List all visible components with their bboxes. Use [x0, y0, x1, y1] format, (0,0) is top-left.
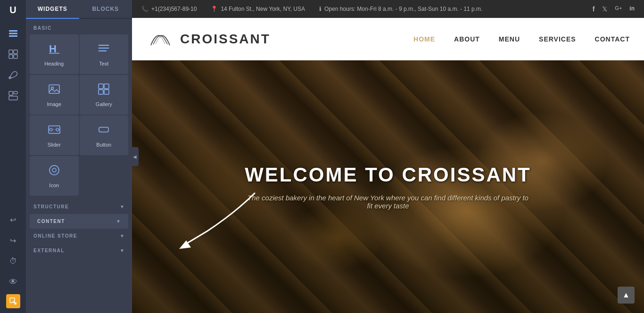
scroll-top-button[interactable]: ▲ — [618, 287, 635, 304]
widget-icon[interactable] — [5, 46, 22, 63]
svg-rect-23 — [104, 90, 109, 94]
tab-blocks[interactable]: BLOCKS — [79, 0, 132, 18]
online-store-arrow: ▼ — [120, 233, 124, 239]
text-widget[interactable]: Text — [80, 34, 129, 74]
icon-label: Icon — [49, 182, 59, 188]
basic-section-label: BASIC — [26, 19, 132, 34]
location-icon: 📍 — [211, 6, 218, 12]
topbar-phone: 📞 +1(234)567-89-10 — [141, 6, 197, 12]
undo-icon[interactable]: ↩ — [5, 211, 22, 228]
logo-icon — [146, 29, 174, 50]
paint-icon[interactable] — [5, 66, 22, 83]
slider-widget[interactable]: Slider — [30, 115, 79, 155]
topbar-address: 📍 14 Fulton St., New York, NY, USA — [211, 6, 305, 12]
topbar-hours: ℹ Open hours: Mon-Fri 8 a.m. - 9 p.m., S… — [319, 6, 482, 12]
googleplus-icon[interactable]: G+ — [615, 5, 622, 13]
svg-rect-21 — [104, 84, 109, 89]
topbar: 📞 +1(234)567-89-10 📍 14 Fulton St., New … — [132, 0, 644, 18]
heading-label: Heading — [44, 61, 64, 66]
site-hero: WELCOME TO CROISSANT The coziest bakery … — [132, 60, 644, 313]
icon-widget-icon — [48, 164, 61, 179]
gallery-icon — [97, 82, 110, 98]
svg-rect-22 — [99, 90, 103, 94]
gallery-widget[interactable]: Gallery — [80, 75, 129, 115]
svg-rect-29 — [99, 127, 108, 132]
slider-icon — [48, 123, 61, 138]
nav-services[interactable]: SERVICES — [539, 35, 576, 43]
linkedin-icon[interactable]: in — [629, 5, 635, 13]
sidebar: U ↩ ↪ ⏱ 👁 — [0, 0, 26, 313]
online-store-label: ONLINE STORE — [33, 233, 77, 239]
history-icon[interactable]: ⏱ — [5, 253, 22, 270]
svg-rect-8 — [9, 91, 13, 95]
svg-rect-10 — [9, 96, 17, 100]
image-label: Image — [47, 101, 61, 107]
info-icon: ℹ — [319, 6, 322, 12]
svg-rect-5 — [9, 55, 13, 58]
facebook-icon[interactable]: f — [593, 5, 595, 13]
heading-widget[interactable]: H Heading — [30, 34, 79, 74]
external-section[interactable]: EXTERNAL ▼ — [26, 243, 132, 258]
svg-rect-9 — [14, 91, 17, 94]
image-widget[interactable]: Image — [30, 75, 79, 115]
sidebar-bottom: ↩ ↪ ⏱ 👁 — [5, 211, 22, 313]
svg-point-31 — [52, 168, 56, 172]
online-store-section[interactable]: ONLINE STORE ▼ — [26, 229, 132, 243]
svg-rect-6 — [14, 55, 17, 58]
twitter-icon[interactable]: 𝕏 — [602, 5, 607, 13]
site-logo-text: CROISSANT — [180, 32, 271, 47]
nav-about[interactable]: ABOUT — [454, 35, 480, 43]
widgets-panel: WIDGETS BLOCKS BASIC H Heading — [26, 0, 132, 313]
content-label: CONTENT — [37, 219, 65, 224]
svg-rect-20 — [99, 84, 103, 89]
site-logo: CROISSANT — [146, 29, 271, 50]
nav-home[interactable]: HOME — [413, 35, 435, 43]
nav-menu[interactable]: MENU — [499, 35, 520, 43]
svg-rect-1 — [9, 33, 17, 34]
hero-subtitle: The coziest bakery in the heart of New Y… — [247, 194, 529, 210]
hero-title: WELCOME TO CROISSANT — [245, 164, 531, 186]
sidebar-logo[interactable]: U — [9, 5, 16, 16]
svg-rect-18 — [49, 85, 59, 93]
redo-icon[interactable]: ↪ — [5, 232, 22, 249]
grid-icon[interactable] — [5, 87, 22, 104]
site-nav: HOME ABOUT MENU SERVICES CONTACT — [413, 35, 630, 43]
icon-widget[interactable]: Icon — [30, 156, 79, 196]
heading-icon: H — [48, 42, 61, 57]
structure-section[interactable]: STRUCTURE ▼ — [26, 199, 132, 214]
svg-rect-2 — [9, 35, 17, 37]
structure-label: STRUCTURE — [33, 204, 69, 209]
svg-point-30 — [50, 165, 59, 175]
website-preview: CROISSANT HOME ABOUT MENU SERVICES CONTA… — [132, 18, 644, 313]
svg-rect-3 — [9, 50, 13, 54]
hero-content: WELCOME TO CROISSANT The coziest bakery … — [132, 60, 644, 313]
slider-label: Slider — [48, 142, 61, 148]
image-icon — [48, 82, 61, 98]
text-icon — [97, 42, 110, 57]
button-icon — [97, 123, 110, 138]
content-section[interactable]: CONTENT ▼ — [30, 214, 128, 229]
nav-contact[interactable]: CONTACT — [595, 35, 630, 43]
svg-rect-4 — [14, 50, 17, 54]
topbar-social: f 𝕏 G+ in — [593, 5, 635, 13]
export-button[interactable] — [6, 294, 20, 308]
collapse-panel-handle[interactable]: ◀ — [131, 147, 139, 166]
button-widget[interactable]: Button — [80, 115, 129, 155]
text-label: Text — [99, 61, 108, 66]
basic-widgets-grid: H Heading Text — [26, 34, 132, 199]
widgets-tabs: WIDGETS BLOCKS — [26, 0, 132, 19]
structure-arrow: ▼ — [120, 204, 124, 209]
button-label: Button — [96, 142, 111, 148]
content-arrow: ▼ — [116, 219, 121, 224]
layers-icon[interactable] — [5, 25, 22, 42]
main-content: 📞 +1(234)567-89-10 📍 14 Fulton St., New … — [132, 0, 644, 313]
tab-widgets[interactable]: WIDGETS — [26, 0, 79, 19]
eye-icon[interactable]: 👁 — [5, 273, 22, 290]
external-label: EXTERNAL — [33, 248, 65, 253]
gallery-label: Gallery — [96, 101, 112, 107]
phone-icon: 📞 — [141, 6, 149, 12]
svg-rect-0 — [9, 30, 17, 32]
external-arrow: ▼ — [120, 248, 124, 253]
site-navbar: CROISSANT HOME ABOUT MENU SERVICES CONTA… — [132, 18, 644, 60]
